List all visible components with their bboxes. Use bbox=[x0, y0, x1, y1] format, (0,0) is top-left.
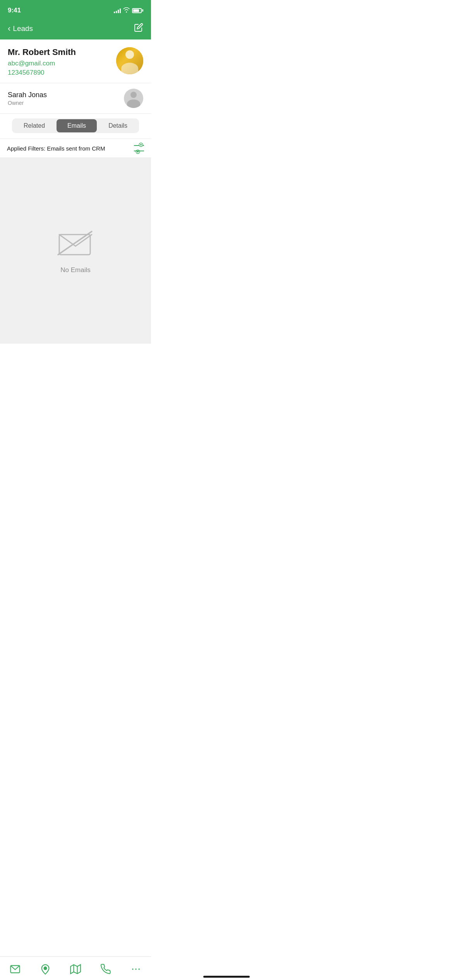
contact-name: Mr. Robert Smith bbox=[8, 47, 112, 57]
tab-emails[interactable]: Emails bbox=[57, 119, 97, 132]
edit-button[interactable] bbox=[134, 23, 143, 34]
owner-section: Sarah Jonas Owner bbox=[0, 83, 151, 114]
filter-slider-top bbox=[139, 143, 142, 146]
nav-bar: ‹ Leads bbox=[0, 19, 151, 39]
owner-info: Sarah Jonas Owner bbox=[8, 91, 47, 106]
tab-details[interactable]: Details bbox=[98, 119, 138, 132]
contact-avatar bbox=[116, 47, 143, 74]
status-bar: 9:41 bbox=[0, 0, 151, 19]
empty-state: No Emails bbox=[0, 158, 151, 344]
contact-avatar-image bbox=[116, 47, 143, 74]
tabs-container: Related Emails Details bbox=[0, 114, 151, 139]
filter-icon[interactable] bbox=[134, 144, 144, 152]
wifi-icon bbox=[123, 7, 130, 14]
status-time: 9:41 bbox=[8, 7, 21, 14]
signal-icon bbox=[114, 8, 121, 13]
no-email-icon bbox=[56, 228, 95, 259]
contact-phone[interactable]: 1234567890 bbox=[8, 69, 112, 77]
filter-slider-bottom bbox=[136, 150, 139, 153]
back-arrow-icon: ‹ bbox=[8, 24, 10, 33]
owner-avatar bbox=[124, 89, 143, 108]
back-label: Leads bbox=[13, 24, 33, 33]
filter-bar: Applied Filters: Emails sent from CRM bbox=[0, 139, 151, 158]
tab-related[interactable]: Related bbox=[13, 119, 56, 132]
contact-section: Mr. Robert Smith abc@gmail.com 123456789… bbox=[0, 39, 151, 83]
back-button[interactable]: ‹ Leads bbox=[8, 24, 33, 33]
filter-text: Applied Filters: Emails sent from CRM bbox=[7, 145, 105, 152]
owner-label: Owner bbox=[8, 100, 47, 106]
owner-name: Sarah Jonas bbox=[8, 91, 47, 99]
contact-email[interactable]: abc@gmail.com bbox=[8, 60, 112, 67]
battery-icon bbox=[132, 8, 143, 13]
no-email-text: No Emails bbox=[60, 266, 90, 274]
tab-group: Related Emails Details bbox=[12, 118, 139, 133]
contact-info: Mr. Robert Smith abc@gmail.com 123456789… bbox=[8, 47, 112, 77]
status-icons bbox=[114, 7, 143, 14]
